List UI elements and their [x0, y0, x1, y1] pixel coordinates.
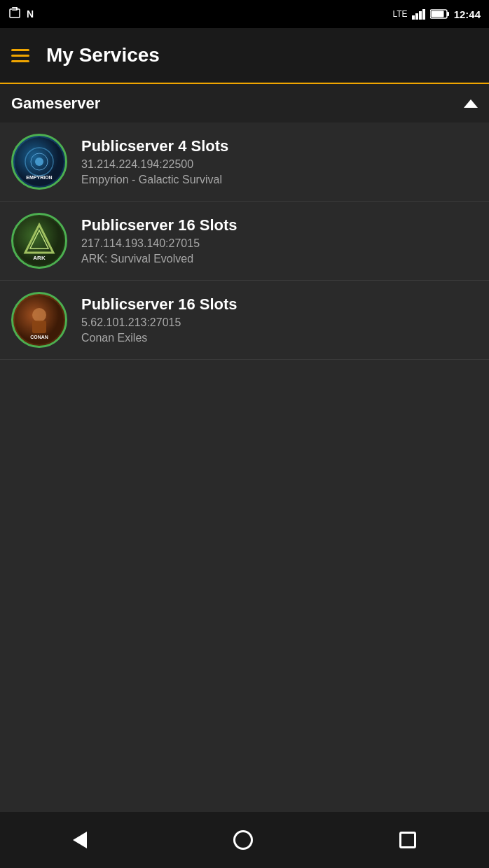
recents-button[interactable] — [378, 825, 437, 855]
service-ip: 217.114.193.140:27015 — [81, 237, 237, 250]
recents-square-icon — [399, 832, 416, 848]
time-display: 12:44 — [454, 8, 481, 20]
back-button[interactable] — [52, 825, 108, 855]
svg-point-15 — [35, 158, 43, 166]
svg-rect-6 — [415, 13, 418, 20]
avatar: CONAN — [11, 292, 67, 348]
status-bar: N LTE 12:44 — [0, 0, 489, 28]
svg-rect-7 — [419, 11, 422, 20]
toolbar: My Services — [0, 28, 489, 84]
status-bar-left-icons: N — [8, 6, 34, 22]
svg-rect-10 — [447, 12, 449, 16]
status-bar-right-icons: LTE 12:44 — [393, 8, 481, 20]
page-title: My Services — [46, 44, 160, 66]
svg-text:EMPYRION: EMPYRION — [26, 175, 52, 180]
svg-rect-5 — [412, 15, 415, 20]
list-item[interactable]: CONAN Publicserver 16 Slots 5.62.101.213… — [0, 281, 489, 360]
service-name: Publicserver 4 Slots — [81, 137, 228, 155]
hamburger-line-2 — [11, 55, 29, 57]
avatar: ARK — [11, 213, 67, 269]
avatar: EMPYRION — [11, 134, 67, 190]
svg-point-22 — [32, 308, 46, 322]
service-name: Publicserver 16 Slots — [81, 216, 237, 234]
service-game: ARK: Survival Evolved — [81, 253, 237, 265]
service-list: EMPYRION Publicserver 4 Slots 31.214.224… — [0, 122, 489, 812]
service-game: Conan Exiles — [81, 332, 237, 344]
svg-text:ARK: ARK — [33, 255, 46, 261]
menu-button[interactable] — [11, 49, 29, 62]
section-title: Gameserver — [11, 94, 100, 113]
back-arrow-icon — [73, 832, 87, 848]
svg-rect-23 — [32, 321, 46, 333]
section-header[interactable]: Gameserver — [0, 84, 489, 122]
lte-icon: LTE — [393, 9, 408, 19]
service-info: Publicserver 4 Slots 31.214.224.194:2250… — [81, 137, 228, 186]
list-item[interactable]: ARK Publicserver 16 Slots 217.114.193.14… — [0, 202, 489, 281]
svg-rect-8 — [422, 9, 425, 20]
service-game: Empyrion - Galactic Survival — [81, 174, 228, 186]
svg-text:CONAN: CONAN — [30, 335, 48, 340]
signal-icon — [412, 8, 426, 20]
sd-card-icon — [8, 6, 21, 22]
service-info: Publicserver 16 Slots 5.62.101.213:27015… — [81, 295, 237, 344]
list-item[interactable]: EMPYRION Publicserver 4 Slots 31.214.224… — [0, 122, 489, 202]
chevron-up-icon[interactable] — [464, 99, 478, 108]
bottom-navigation — [0, 812, 489, 868]
battery-icon — [430, 8, 450, 20]
service-info: Publicserver 16 Slots 217.114.193.140:27… — [81, 216, 237, 265]
service-ip: 31.214.224.194:22500 — [81, 158, 228, 171]
notification-icon: N — [27, 8, 34, 20]
hamburger-line-3 — [11, 60, 29, 62]
service-name: Publicserver 16 Slots — [81, 295, 237, 314]
service-ip: 5.62.101.213:27015 — [81, 316, 237, 329]
svg-rect-11 — [431, 11, 443, 18]
hamburger-line-1 — [11, 49, 29, 51]
home-button[interactable] — [212, 823, 274, 857]
home-circle-icon — [233, 830, 253, 850]
